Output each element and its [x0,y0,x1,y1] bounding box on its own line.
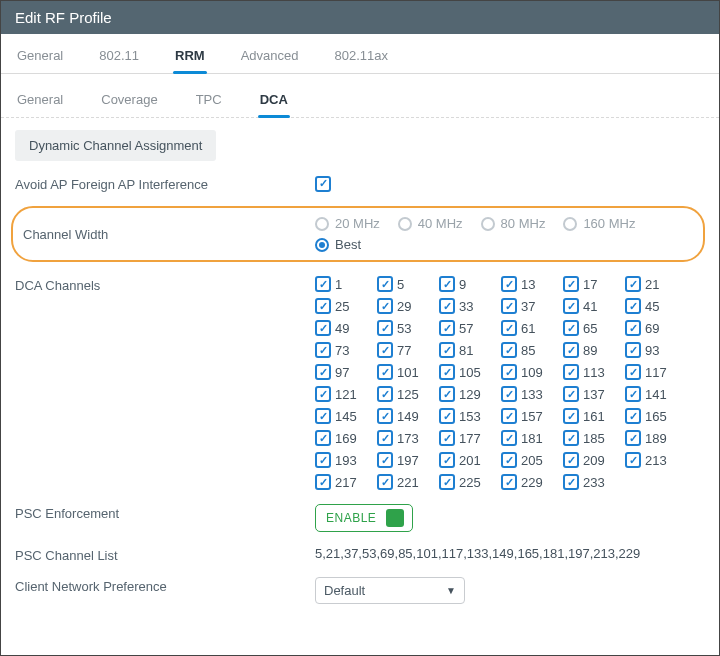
channel-49[interactable]: 49 [315,320,373,336]
channel-133[interactable]: 133 [501,386,559,402]
channel-161-checkbox[interactable] [563,408,579,424]
channel-37[interactable]: 37 [501,298,559,314]
tab-rrm[interactable]: RRM [173,42,207,73]
channel-169[interactable]: 169 [315,430,373,446]
channel-193[interactable]: 193 [315,452,373,468]
channel-41-checkbox[interactable] [563,298,579,314]
channel-165-checkbox[interactable] [625,408,641,424]
tab-802-11[interactable]: 802.11 [97,42,141,73]
channel-61[interactable]: 61 [501,320,559,336]
channel-65-checkbox[interactable] [563,320,579,336]
channel-45-checkbox[interactable] [625,298,641,314]
channel-225-checkbox[interactable] [439,474,455,490]
channel-157[interactable]: 157 [501,408,559,424]
channel-81-checkbox[interactable] [439,342,455,358]
radio-40-mhz[interactable]: 40 MHz [398,216,463,231]
channel-21[interactable]: 21 [625,276,683,292]
channel-193-checkbox[interactable] [315,452,331,468]
channel-45[interactable]: 45 [625,298,683,314]
channel-229[interactable]: 229 [501,474,559,490]
channel-41[interactable]: 41 [563,298,621,314]
channel-97[interactable]: 97 [315,364,373,380]
channel-113-checkbox[interactable] [563,364,579,380]
tab-advanced[interactable]: Advanced [239,42,301,73]
channel-17-checkbox[interactable] [563,276,579,292]
channel-225[interactable]: 225 [439,474,497,490]
client-pref-select[interactable]: Default ▼ [315,577,465,604]
channel-89-checkbox[interactable] [563,342,579,358]
channel-57-checkbox[interactable] [439,320,455,336]
channel-85-checkbox[interactable] [501,342,517,358]
channel-5-checkbox[interactable] [377,276,393,292]
channel-125[interactable]: 125 [377,386,435,402]
tab-general[interactable]: General [15,42,65,73]
channel-29-checkbox[interactable] [377,298,393,314]
channel-177-checkbox[interactable] [439,430,455,446]
channel-33[interactable]: 33 [439,298,497,314]
channel-101-checkbox[interactable] [377,364,393,380]
subtab-dca[interactable]: DCA [258,88,290,117]
channel-9[interactable]: 9 [439,276,497,292]
radio-80-mhz[interactable]: 80 MHz [481,216,546,231]
channel-1[interactable]: 1 [315,276,373,292]
channel-57[interactable]: 57 [439,320,497,336]
channel-137-checkbox[interactable] [563,386,579,402]
channel-145[interactable]: 145 [315,408,373,424]
channel-173-checkbox[interactable] [377,430,393,446]
channel-5[interactable]: 5 [377,276,435,292]
channel-109-checkbox[interactable] [501,364,517,380]
subtab-coverage[interactable]: Coverage [99,88,159,117]
channel-177[interactable]: 177 [439,430,497,446]
channel-73-checkbox[interactable] [315,342,331,358]
channel-13[interactable]: 13 [501,276,559,292]
channel-205-checkbox[interactable] [501,452,517,468]
channel-121[interactable]: 121 [315,386,373,402]
channel-105-checkbox[interactable] [439,364,455,380]
channel-53-checkbox[interactable] [377,320,393,336]
channel-181[interactable]: 181 [501,430,559,446]
channel-185-checkbox[interactable] [563,430,579,446]
channel-165[interactable]: 165 [625,408,683,424]
channel-25[interactable]: 25 [315,298,373,314]
channel-213[interactable]: 213 [625,452,683,468]
channel-233[interactable]: 233 [563,474,621,490]
subtab-general[interactable]: General [15,88,65,117]
channel-205[interactable]: 205 [501,452,559,468]
channel-229-checkbox[interactable] [501,474,517,490]
channel-53[interactable]: 53 [377,320,435,336]
channel-153[interactable]: 153 [439,408,497,424]
channel-49-checkbox[interactable] [315,320,331,336]
channel-217[interactable]: 217 [315,474,373,490]
channel-129-checkbox[interactable] [439,386,455,402]
channel-173[interactable]: 173 [377,430,435,446]
channel-209[interactable]: 209 [563,452,621,468]
channel-117[interactable]: 117 [625,364,683,380]
channel-69[interactable]: 69 [625,320,683,336]
channel-149-checkbox[interactable] [377,408,393,424]
channel-81[interactable]: 81 [439,342,497,358]
channel-29[interactable]: 29 [377,298,435,314]
channel-197[interactable]: 197 [377,452,435,468]
channel-13-checkbox[interactable] [501,276,517,292]
channel-133-checkbox[interactable] [501,386,517,402]
channel-121-checkbox[interactable] [315,386,331,402]
channel-113[interactable]: 113 [563,364,621,380]
channel-33-checkbox[interactable] [439,298,455,314]
channel-61-checkbox[interactable] [501,320,517,336]
channel-1-checkbox[interactable] [315,276,331,292]
channel-233-checkbox[interactable] [563,474,579,490]
channel-157-checkbox[interactable] [501,408,517,424]
channel-101[interactable]: 101 [377,364,435,380]
channel-141-checkbox[interactable] [625,386,641,402]
channel-69-checkbox[interactable] [625,320,641,336]
channel-197-checkbox[interactable] [377,452,393,468]
channel-77[interactable]: 77 [377,342,435,358]
channel-181-checkbox[interactable] [501,430,517,446]
channel-201[interactable]: 201 [439,452,497,468]
channel-161[interactable]: 161 [563,408,621,424]
channel-149[interactable]: 149 [377,408,435,424]
channel-185[interactable]: 185 [563,430,621,446]
channel-73[interactable]: 73 [315,342,373,358]
channel-9-checkbox[interactable] [439,276,455,292]
psc-enable-toggle[interactable]: ENABLE [315,504,413,532]
